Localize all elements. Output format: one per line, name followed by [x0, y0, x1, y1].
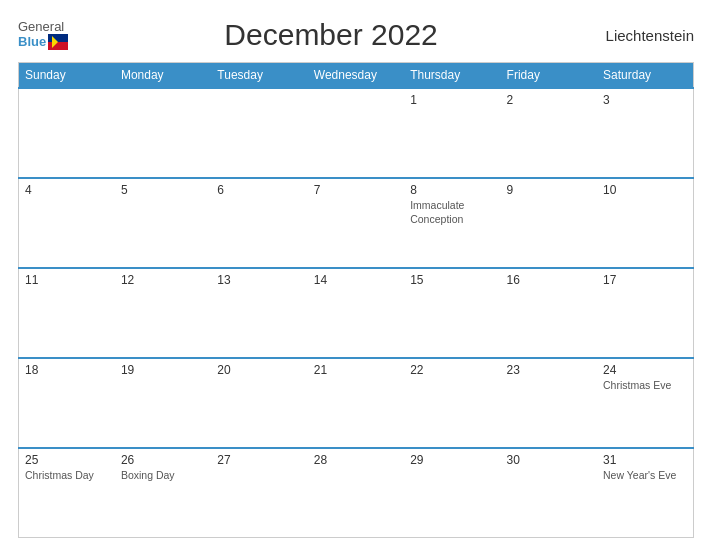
page: General Blue December 2022 Liechtenstein…: [0, 0, 712, 550]
day-number: 16: [507, 273, 591, 287]
calendar-table: Sunday Monday Tuesday Wednesday Thursday…: [18, 62, 694, 538]
logo-blue-text: Blue: [18, 35, 46, 49]
calendar-cell: 18: [19, 358, 115, 448]
calendar-title: December 2022: [68, 18, 594, 52]
calendar-cell: 23: [501, 358, 597, 448]
day-number: 30: [507, 453, 591, 467]
day-number: 7: [314, 183, 398, 197]
svg-rect-0: [48, 34, 68, 42]
col-thursday: Thursday: [404, 63, 500, 89]
calendar-cell: 29: [404, 448, 500, 538]
calendar-cell: 26Boxing Day: [115, 448, 211, 538]
calendar-week-row: 18192021222324Christmas Eve: [19, 358, 694, 448]
svg-rect-1: [48, 42, 68, 50]
calendar-cell: 27: [211, 448, 307, 538]
day-event: New Year's Eve: [603, 469, 687, 483]
logo: General Blue: [18, 20, 68, 50]
calendar-cell: 28: [308, 448, 404, 538]
day-number: 29: [410, 453, 494, 467]
calendar-cell: [115, 88, 211, 178]
day-number: 28: [314, 453, 398, 467]
calendar-cell: [308, 88, 404, 178]
calendar-cell: [211, 88, 307, 178]
calendar-cell: [19, 88, 115, 178]
calendar-cell: 21: [308, 358, 404, 448]
calendar-cell: 24Christmas Eve: [597, 358, 693, 448]
day-number: 22: [410, 363, 494, 377]
calendar-cell: 3: [597, 88, 693, 178]
day-number: 26: [121, 453, 205, 467]
calendar-cell: 11: [19, 268, 115, 358]
day-number: 20: [217, 363, 301, 377]
day-number: 10: [603, 183, 687, 197]
calendar-cell: 15: [404, 268, 500, 358]
day-number: 27: [217, 453, 301, 467]
logo-icon: [48, 34, 68, 50]
col-tuesday: Tuesday: [211, 63, 307, 89]
header: General Blue December 2022 Liechtenstein: [18, 18, 694, 52]
day-number: 5: [121, 183, 205, 197]
day-number: 19: [121, 363, 205, 377]
day-event: Christmas Eve: [603, 379, 687, 393]
col-monday: Monday: [115, 63, 211, 89]
day-event: Immaculate Conception: [410, 199, 494, 226]
col-saturday: Saturday: [597, 63, 693, 89]
calendar-cell: 14: [308, 268, 404, 358]
calendar-cell: 9: [501, 178, 597, 268]
logo-general-text: General: [18, 20, 68, 34]
calendar-cell: 7: [308, 178, 404, 268]
calendar-cell: 12: [115, 268, 211, 358]
calendar-week-row: 123: [19, 88, 694, 178]
calendar-cell: 16: [501, 268, 597, 358]
calendar-week-row: 11121314151617: [19, 268, 694, 358]
day-number: 12: [121, 273, 205, 287]
day-number: 31: [603, 453, 687, 467]
day-number: 2: [507, 93, 591, 107]
day-number: 14: [314, 273, 398, 287]
calendar-cell: 22: [404, 358, 500, 448]
day-number: 9: [507, 183, 591, 197]
day-number: 17: [603, 273, 687, 287]
calendar-cell: 10: [597, 178, 693, 268]
day-number: 4: [25, 183, 109, 197]
calendar-cell: 30: [501, 448, 597, 538]
day-event: Boxing Day: [121, 469, 205, 483]
day-number: 23: [507, 363, 591, 377]
day-event: Christmas Day: [25, 469, 109, 483]
calendar-cell: 4: [19, 178, 115, 268]
calendar-week-row: 25Christmas Day26Boxing Day2728293031New…: [19, 448, 694, 538]
calendar-cell: 5: [115, 178, 211, 268]
calendar-cell: 8Immaculate Conception: [404, 178, 500, 268]
day-number: 15: [410, 273, 494, 287]
day-number: 13: [217, 273, 301, 287]
calendar-cell: 25Christmas Day: [19, 448, 115, 538]
calendar-cell: 13: [211, 268, 307, 358]
calendar-cell: 31New Year's Eve: [597, 448, 693, 538]
calendar-cell: 19: [115, 358, 211, 448]
day-number: 6: [217, 183, 301, 197]
day-number: 24: [603, 363, 687, 377]
calendar-cell: 17: [597, 268, 693, 358]
calendar-cell: 20: [211, 358, 307, 448]
day-number: 21: [314, 363, 398, 377]
country-label: Liechtenstein: [594, 27, 694, 44]
calendar-cell: 2: [501, 88, 597, 178]
calendar-cell: 6: [211, 178, 307, 268]
col-wednesday: Wednesday: [308, 63, 404, 89]
day-number: 1: [410, 93, 494, 107]
calendar-week-row: 45678Immaculate Conception910: [19, 178, 694, 268]
day-number: 25: [25, 453, 109, 467]
day-number: 8: [410, 183, 494, 197]
day-number: 18: [25, 363, 109, 377]
weekday-header-row: Sunday Monday Tuesday Wednesday Thursday…: [19, 63, 694, 89]
day-number: 3: [603, 93, 687, 107]
day-number: 11: [25, 273, 109, 287]
col-friday: Friday: [501, 63, 597, 89]
calendar-cell: 1: [404, 88, 500, 178]
col-sunday: Sunday: [19, 63, 115, 89]
